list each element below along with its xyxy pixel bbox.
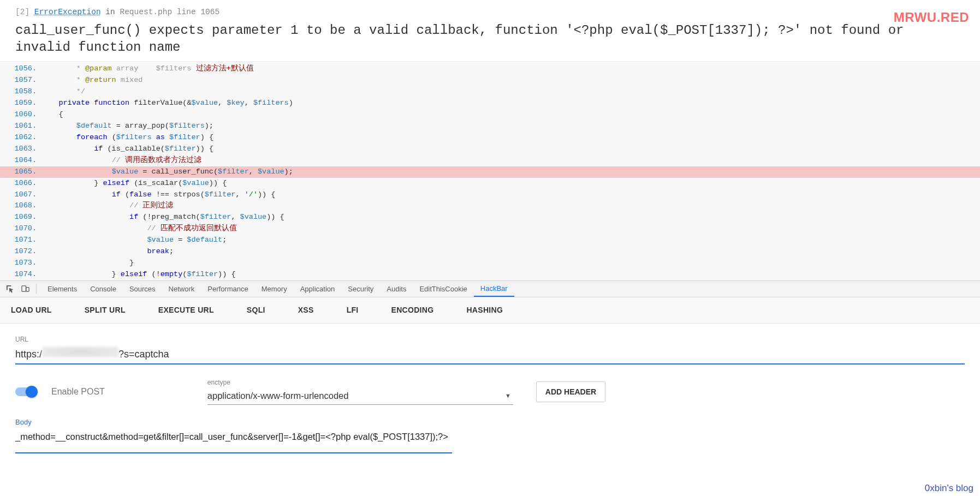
exc-file: Request.php line 1065: [120, 8, 219, 16]
exc-index: [2]: [15, 8, 29, 16]
code-line: 1061. $default = array_pop($filters);: [0, 121, 980, 132]
watermark: MRWU.RED: [894, 10, 969, 25]
hb-lfi[interactable]: LFI: [347, 306, 359, 314]
exception-crumb: [2] ErrorException in Request.php line 1…: [15, 8, 965, 16]
tab-hackbar[interactable]: HackBar: [474, 280, 514, 297]
code-line: 1073. }: [0, 258, 980, 269]
hb-split-url[interactable]: SPLIT URL: [85, 306, 126, 314]
tab-console[interactable]: Console: [84, 280, 123, 297]
tab-application[interactable]: Application: [294, 280, 342, 297]
code-line: 1072. break;: [0, 246, 980, 258]
tab-performance[interactable]: Performance: [201, 280, 254, 297]
hb-xss[interactable]: XSS: [298, 306, 314, 314]
tab-network[interactable]: Network: [162, 280, 201, 297]
tab-sources[interactable]: Sources: [123, 280, 162, 297]
body-label: Body: [15, 418, 965, 426]
device-icon[interactable]: [19, 282, 32, 295]
enctype-label: enctype: [207, 379, 513, 386]
url-label: URL: [15, 336, 965, 343]
code-line: 1065. $value = call_user_func($filter, $…: [0, 166, 980, 178]
tab-editthiscookie[interactable]: EditThisCookie: [413, 280, 473, 297]
url-input[interactable]: https:/ ?s=captcha: [15, 346, 965, 364]
code-line: 1066. } elseif (is_scalar($value)) {: [0, 178, 980, 189]
code-line: 1059. private function filterValue(&$val…: [0, 98, 980, 109]
tab-elements[interactable]: Elements: [41, 280, 84, 297]
sep: [36, 284, 37, 294]
code-line: 1074. } elseif (!empty($filter)) {: [0, 269, 980, 280]
code-line: 1070. // 匹配不成功返回默认值: [0, 223, 980, 235]
hb-hashing[interactable]: HASHING: [466, 306, 503, 314]
url-suffix: ?s=captcha: [118, 349, 169, 360]
chevron-down-icon: ▼: [505, 392, 511, 399]
tab-memory[interactable]: Memory: [255, 280, 294, 297]
exception-message: call_user_func() expects parameter 1 to …: [15, 22, 965, 56]
code-line: 1060. {: [0, 109, 980, 121]
hb-encoding[interactable]: ENCODING: [391, 306, 434, 314]
enctype-value: application/x-www-form-urlencoded: [207, 391, 349, 401]
code-line: 1063. if (is_callable($filter)) {: [0, 144, 980, 155]
code-line: 1064. // 调用函数或者方法过滤: [0, 155, 980, 166]
url-prefix: https:/: [15, 349, 42, 360]
code-line: 1058. */: [0, 86, 980, 98]
exc-in: in: [105, 8, 115, 16]
add-header-button[interactable]: ADD HEADER: [536, 381, 605, 402]
source-code: 1056. * @param array $filters 过滤方法+默认值10…: [0, 61, 980, 280]
exc-name-link[interactable]: ErrorException: [34, 8, 101, 16]
svg-rect-0: [21, 286, 26, 291]
tab-security[interactable]: Security: [341, 280, 380, 297]
hb-sqli[interactable]: SQLI: [247, 306, 265, 314]
body-input[interactable]: _method=__construct&method=get&filter[]=…: [15, 428, 452, 453]
hackbar-toolbar: LOAD URLSPLIT URLEXECUTE URLSQLIXSSLFIEN…: [0, 297, 980, 324]
tab-audits[interactable]: Audits: [380, 280, 413, 297]
inspect-icon[interactable]: [3, 282, 16, 295]
code-line: 1068. // 正则过滤: [0, 200, 980, 212]
code-line: 1069. if (!preg_match($filter, $value)) …: [0, 212, 980, 223]
devtools-tabbar: ElementsConsoleSourcesNetworkPerformance…: [0, 281, 980, 297]
enctype-select[interactable]: application/x-www-form-urlencoded ▼: [207, 387, 513, 405]
enable-post-toggle[interactable]: [15, 387, 36, 396]
code-line: 1056. * @param array $filters 过滤方法+默认值: [0, 63, 980, 75]
url-redacted: [42, 346, 118, 357]
hb-execute-url[interactable]: EXECUTE URL: [158, 306, 214, 314]
code-line: 1067. if (false !== strpos($filter, '/')…: [0, 189, 980, 201]
code-line: 1071. $value = $default;: [0, 235, 980, 246]
code-line: 1057. * @return mixed: [0, 75, 980, 86]
code-line: 1062. foreach ($filters as $filter) {: [0, 132, 980, 144]
enable-post-label: Enable POST: [51, 387, 105, 397]
hb-load-url[interactable]: LOAD URL: [11, 306, 52, 314]
svg-rect-1: [26, 288, 28, 292]
